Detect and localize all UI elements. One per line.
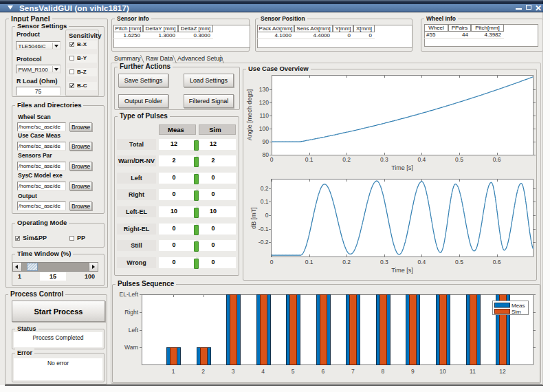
svg-text:9: 9 [411,368,415,375]
svg-text:Time [s]: Time [s] [391,267,413,274]
svg-text:0.4: 0.4 [417,259,426,265]
svg-text:12: 12 [499,368,506,375]
svg-text:7: 7 [351,368,355,375]
svg-text:0: 0 [270,156,274,163]
svg-text:100: 100 [259,125,269,132]
svg-text:0.1: 0.1 [305,156,314,163]
svg-text:Right: Right [124,309,138,316]
svg-text:0.6: 0.6 [493,156,501,163]
svg-text:0.2: 0.2 [342,259,351,265]
svg-text:0.3: 0.3 [380,156,388,163]
svg-text:1: 1 [172,368,175,375]
svg-text:11: 11 [470,368,476,375]
svg-text:90: 90 [263,138,270,145]
svg-text:Warn: Warn [124,344,138,351]
svg-text:130: 130 [259,86,269,93]
svg-text:4: 4 [261,368,265,375]
svg-text:0.6: 0.6 [493,259,501,265]
svg-text:120: 120 [259,99,269,106]
svg-text:3: 3 [232,368,235,375]
svg-text:Left: Left [129,327,139,334]
svg-text:0.3: 0.3 [380,259,388,265]
svg-text:8: 8 [381,368,384,375]
svg-text:110: 110 [259,112,269,119]
svg-text:0: 0 [265,212,269,219]
svg-text:80: 80 [263,151,270,158]
svg-text:0.1: 0.1 [305,259,314,265]
svg-text:2: 2 [201,368,205,375]
svg-text:Angle [mech degs]: Angle [mech degs] [246,89,253,141]
svg-text:6: 6 [321,368,324,375]
svg-text:Time [s]: Time [s] [391,164,413,171]
svg-text:5: 5 [292,368,295,375]
svg-text:Sim: Sim [512,309,521,315]
svg-text:0.2: 0.2 [342,156,351,163]
svg-text:-0.1: -0.1 [258,226,269,232]
svg-text:Meas: Meas [512,303,525,309]
svg-text:0.1: 0.1 [261,198,269,205]
svg-text:0.5: 0.5 [455,156,463,163]
svg-text:EL-Left: EL-Left [120,291,139,298]
svg-text:0: 0 [270,259,274,265]
svg-text:-0.2: -0.2 [258,239,269,246]
svg-text:10: 10 [439,368,446,375]
svg-text:dB [mT]: dB [mT] [250,207,257,229]
svg-text:0.5: 0.5 [455,259,463,265]
svg-text:0.4: 0.4 [417,156,426,163]
svg-text:0.2: 0.2 [261,185,269,192]
